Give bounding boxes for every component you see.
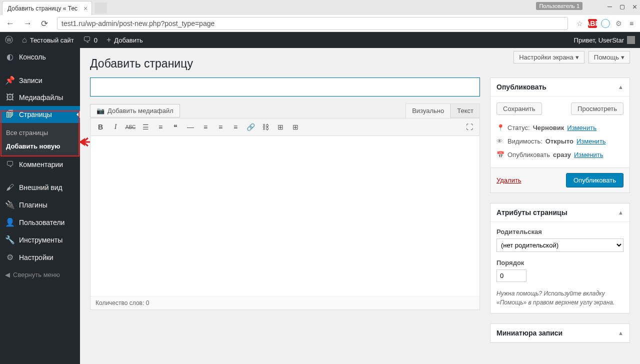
align-left-button[interactable]: ≡: [198, 120, 212, 134]
tab-text[interactable]: Текст: [450, 104, 480, 118]
browser-chrome: Добавить страницу « Тес × Пользователь 1…: [0, 0, 640, 32]
tab-visual[interactable]: Визуально: [406, 104, 450, 118]
number-list-button[interactable]: ≡: [154, 120, 168, 134]
menu-tools[interactable]: 🔧Инструменты: [0, 231, 80, 248]
toggle-icon: ▲: [618, 210, 624, 216]
address-bar: ← → ⟳ ☆ ABP ⚙ ≡: [0, 15, 640, 32]
profile-badge[interactable]: Пользователь 1: [536, 2, 582, 10]
save-draft-button[interactable]: Сохранить: [496, 102, 542, 115]
comments-link[interactable]: 🗨0: [83, 36, 98, 44]
sliders-icon: ⚙: [5, 252, 15, 262]
menu-users[interactable]: 👤Пользователи: [0, 214, 80, 231]
minimize-icon[interactable]: —: [608, 2, 612, 11]
edit-visibility-link[interactable]: Изменить: [576, 138, 606, 145]
attributes-help: Нужна помощь? Используйте вкладку «Помощ…: [496, 289, 624, 307]
link-button[interactable]: 🔗: [244, 120, 258, 134]
hr-button[interactable]: —: [184, 120, 198, 134]
parent-label: Родительская: [496, 228, 624, 236]
bookmark-icon[interactable]: ☆: [575, 19, 584, 28]
editor: B I ABC ☰ ≡ ❝ — ≡ ≡ ≡ 🔗 ⛓ ⊞ ⊞ ⛶: [90, 118, 480, 310]
bullet-list-button[interactable]: ☰: [138, 120, 152, 134]
readmore-button[interactable]: ⊞: [274, 120, 288, 134]
admin-bar: ⓦ ⌂Тестовый сайт 🗨0 +Добавить Привет, Us…: [0, 32, 640, 48]
comment-icon: 🗨: [83, 36, 91, 44]
preview-button[interactable]: Просмотреть: [571, 102, 624, 115]
wp-logo[interactable]: ⓦ: [5, 35, 13, 46]
edit-date-link[interactable]: Изменить: [574, 151, 604, 158]
delete-link[interactable]: Удалить: [496, 176, 522, 184]
strike-button[interactable]: ABC: [124, 120, 138, 134]
admin-sidebar: ◐Консоль 📌Записи 🖾Медиафайлы 🗐Страницы В…: [0, 48, 80, 364]
menu-pages[interactable]: 🗐Страницы: [0, 106, 80, 123]
publish-button[interactable]: Опубликовать: [566, 173, 624, 188]
featured-image-box: Миниатюра записи▲: [490, 324, 630, 343]
parent-select[interactable]: (нет родительской): [496, 238, 624, 252]
close-window-icon[interactable]: ✕: [632, 2, 637, 11]
screen-options-button[interactable]: Настройки экрана ▾: [514, 51, 584, 64]
menu-appearance[interactable]: 🖌Внешний вид: [0, 179, 80, 196]
chevron-down-icon: ▾: [621, 54, 624, 61]
calendar-icon: 📅: [496, 151, 504, 158]
quote-button[interactable]: ❝: [168, 120, 182, 134]
editor-content[interactable]: [90, 136, 480, 296]
align-right-button[interactable]: ≡: [228, 120, 242, 134]
main-content: Настройки экрана ▾ Помощь ▾ Добавить стр…: [80, 48, 640, 364]
toggle-icon: ▲: [618, 330, 624, 336]
vpn-icon[interactable]: [601, 19, 610, 28]
reload-icon[interactable]: ⟳: [39, 18, 50, 29]
wrench-icon: 🔧: [5, 235, 15, 244]
pin-icon: 📌: [5, 76, 15, 85]
camera-icon: 📷: [96, 107, 104, 114]
brush-icon: 🖌: [5, 183, 15, 192]
home-icon: ⌂: [22, 36, 27, 44]
edit-status-link[interactable]: Изменить: [567, 124, 596, 132]
menu-media[interactable]: 🖾Медиафайлы: [0, 89, 80, 106]
tab-bar: Добавить страницу « Тес × Пользователь 1…: [0, 0, 640, 15]
submenu-add-page[interactable]: Добавить новую: [0, 140, 80, 153]
publish-box: Опубликовать▲ Сохранить Просмотреть 📍Ста…: [490, 78, 630, 193]
menu-plugins[interactable]: 🔌Плагины: [0, 196, 80, 214]
kitchensink-button[interactable]: ⊞: [288, 120, 302, 134]
order-label: Порядок: [496, 259, 624, 266]
users-icon: 👤: [5, 218, 15, 227]
menu-dashboard[interactable]: ◐Консоль: [0, 48, 80, 66]
help-button[interactable]: Помощь ▾: [588, 51, 630, 64]
maximize-icon[interactable]: ▢: [620, 2, 624, 11]
media-icon: 🖾: [5, 93, 15, 102]
collapse-menu[interactable]: ◀Свернуть меню: [0, 266, 80, 284]
back-icon[interactable]: ←: [4, 18, 16, 28]
add-media-button[interactable]: 📷Добавить медиафайл: [90, 104, 180, 118]
attributes-header[interactable]: Атрибуты страницы▲: [490, 204, 630, 222]
url-input[interactable]: [57, 17, 568, 30]
comment-icon: 🗨: [5, 160, 15, 169]
add-new[interactable]: +Добавить: [106, 36, 143, 44]
key-icon: 📍: [496, 124, 504, 132]
menu-icon[interactable]: ≡: [627, 19, 636, 28]
menu-settings[interactable]: ⚙Настройки: [0, 248, 80, 266]
gear-icon[interactable]: ⚙: [614, 19, 623, 28]
align-center-button[interactable]: ≡: [214, 120, 228, 134]
tab-title: Добавить страницу « Тес: [8, 5, 78, 12]
plug-icon: 🔌: [5, 200, 15, 210]
browser-tab[interactable]: Добавить страницу « Тес ×: [2, 1, 92, 15]
fullscreen-button[interactable]: ⛶: [462, 120, 476, 134]
user-menu[interactable]: Привет, UserStar: [574, 36, 635, 44]
menu-comments[interactable]: 🗨Комментарии: [0, 156, 80, 173]
new-tab-button[interactable]: [95, 2, 107, 14]
bold-button[interactable]: B: [94, 120, 108, 134]
abp-icon[interactable]: ABP: [588, 19, 597, 28]
close-icon[interactable]: ×: [84, 4, 88, 12]
post-title-input[interactable]: [90, 78, 480, 96]
window-controls: — ▢ ✕: [608, 2, 637, 11]
site-link[interactable]: ⌂Тестовый сайт: [22, 36, 74, 44]
publish-header[interactable]: Опубликовать▲: [490, 78, 630, 96]
submenu-pages: Все страницы Добавить новую: [0, 123, 80, 156]
chevron-down-icon: ▾: [576, 54, 579, 61]
thumb-header[interactable]: Миниатюра записи▲: [490, 324, 630, 342]
unlink-button[interactable]: ⛓: [258, 120, 272, 134]
italic-button[interactable]: I: [108, 120, 122, 134]
menu-posts[interactable]: 📌Записи: [0, 72, 80, 89]
order-input[interactable]: [496, 270, 526, 282]
forward-icon[interactable]: →: [22, 18, 34, 28]
submenu-all-pages[interactable]: Все страницы: [0, 126, 80, 140]
